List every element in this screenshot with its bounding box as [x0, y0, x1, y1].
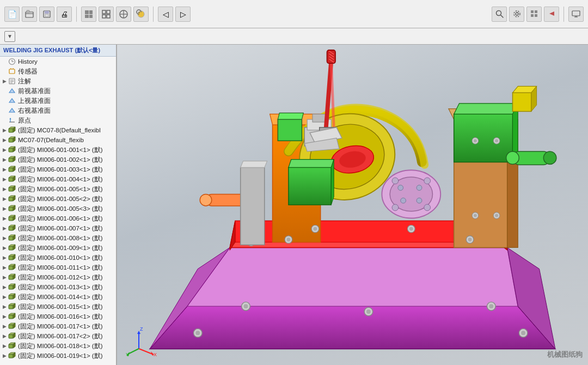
tree-arrow[interactable]: ▶ — [1, 215, 8, 222]
svg-marker-42 — [9, 108, 15, 112]
tree-arrow[interactable]: ▶ — [1, 294, 8, 300]
svg-rect-61 — [9, 178, 13, 181]
tree-item-label: 前视基准面 — [18, 87, 115, 95]
tree-item-p10[interactable]: ▶ (固定) MI006-001-006<1> (默) — [0, 214, 116, 223]
tree-arrow[interactable]: ▶ — [1, 303, 8, 310]
tree-arrow[interactable]: ▶ — [1, 323, 8, 330]
print-button[interactable]: 🖨 — [57, 7, 72, 22]
tree-item-history[interactable]: ▶ History — [0, 57, 116, 66]
svg-rect-8 — [89, 15, 93, 18]
settings-icon-btn[interactable] — [509, 7, 524, 22]
svg-text:Z: Z — [140, 326, 143, 332]
tree-item-p8[interactable]: ▶ (固定) MI006-001-005<2> (默) — [0, 194, 116, 204]
tree-arrow[interactable]: ▶ — [1, 196, 8, 202]
tree-item-p21[interactable]: ▶ (固定) MI006-001-017<1> (默) — [0, 321, 116, 331]
new-button[interactable]: 📄 — [4, 7, 20, 22]
tree-item-p4[interactable]: ▶ (固定) MI006-001-002<1> (默) — [0, 155, 116, 165]
tree-item-p23[interactable]: ▶ (固定) MI006-001-018<1> (默) — [0, 341, 116, 351]
tree-item-p24[interactable]: ▶ (固定) MI006-001-019<1> (默) — [0, 351, 116, 361]
svg-marker-150 — [289, 160, 334, 168]
tree-item-p14[interactable]: ▶ (固定) MI006-001-010<1> (默) — [0, 253, 116, 263]
tree-type-icon — [8, 126, 16, 135]
svg-text:X: X — [154, 352, 157, 357]
tree-arrow[interactable]: ▶ — [1, 352, 8, 359]
tree-arrow[interactable]: ▶ — [1, 284, 8, 290]
open-button[interactable] — [22, 7, 37, 22]
svg-rect-23 — [535, 10, 537, 13]
tree-arrow[interactable]: ▶ — [1, 78, 8, 84]
3d-viewport[interactable]: Z X Y 机械图纸狗 — [117, 45, 588, 365]
tree-item-p11[interactable]: ▶ (固定) MI006-001-007<1> (默) — [0, 223, 116, 233]
svg-rect-103 — [9, 315, 13, 319]
tree-arrow[interactable]: ▶ — [1, 137, 8, 143]
tree-item-front[interactable]: ▶ 前视基准面 — [0, 86, 116, 96]
grid-button[interactable] — [99, 7, 114, 22]
svg-line-214 — [128, 349, 139, 354]
tree-item-label: MC07-07(Default_flexib — [18, 137, 115, 143]
tree-arrow[interactable]: ▶ — [1, 166, 8, 173]
tree-arrow[interactable]: ▶ — [1, 205, 8, 212]
tree-item-label: (固定) MI006-001-018<1> (默) — [18, 342, 115, 350]
tree-arrow[interactable]: ▶ — [1, 343, 8, 349]
tree-item-p13[interactable]: ▶ (固定) MI006-001-009<1> (默) — [0, 243, 116, 253]
tree-item-p7[interactable]: ▶ (固定) MI006-001-005<1> (默) — [0, 184, 116, 194]
tree-item-p20[interactable]: ▶ (固定) MI006-001-016<1> (默) — [0, 312, 116, 321]
tree-arrow[interactable]: ▶ — [1, 156, 8, 163]
tree-item-p19[interactable]: ▶ (固定) MI006-001-015<1> (默) — [0, 302, 116, 312]
tree-item-right[interactable]: ▶ 右视基准面 — [0, 106, 116, 115]
tree-arrow[interactable]: ▶ — [1, 176, 8, 182]
search-icon-btn[interactable] — [492, 7, 507, 22]
arrow-right[interactable]: ▷ — [175, 7, 191, 22]
svg-rect-22 — [531, 10, 534, 13]
tree-item-p18[interactable]: ▶ (固定) MI006-001-014<1> (默) — [0, 292, 116, 302]
arrow-icon-btn[interactable] — [544, 7, 559, 22]
tree-item-notes[interactable]: ▶ 注解 — [0, 76, 116, 86]
tree-arrow[interactable]: ▶ — [1, 235, 8, 241]
svg-rect-12 — [107, 15, 110, 18]
svg-rect-64 — [9, 187, 13, 191]
tree-item-p3[interactable]: ▶ (固定) MI006-001-001<1> (默) — [0, 145, 116, 155]
svg-point-193 — [409, 227, 413, 231]
tree-item-p2[interactable]: ▶ MC07-07(Default_flexib — [0, 135, 116, 145]
tree-arrow[interactable]: ▶ — [1, 264, 8, 271]
tree-item-p22[interactable]: ▶ (固定) MI006-001-017<2> (默) — [0, 331, 116, 341]
cross-button[interactable] — [116, 7, 131, 22]
tree-arrow[interactable]: ▶ — [1, 254, 8, 261]
tree-item-label: 传感器 — [18, 68, 115, 76]
filter-button[interactable]: ▼ — [4, 31, 15, 42]
svg-point-181 — [398, 185, 403, 191]
tree-type-icon — [8, 145, 16, 154]
tree-arrow[interactable]: ▶ — [1, 313, 8, 320]
tree-item-sensor[interactable]: ▶ 传感器 — [0, 66, 116, 76]
tree-arrow[interactable]: ▶ — [1, 225, 8, 232]
tree-arrow[interactable]: ▶ — [1, 245, 8, 251]
tree-arrow[interactable]: ▶ — [1, 186, 8, 192]
arrow-left[interactable]: ◁ — [158, 7, 173, 22]
tree-arrow[interactable]: ▶ — [1, 147, 8, 153]
tree-item-top[interactable]: ▶ 上视基准面 — [0, 96, 116, 106]
monitor-icon-btn[interactable] — [568, 7, 584, 22]
tree-item-p6[interactable]: ▶ (固定) MI006-001-004<1> (默) — [0, 174, 116, 184]
tree-item-p1[interactable]: ▶ (固定) MC07-8(Default_flexibl — [0, 125, 116, 135]
tree-content[interactable]: ▶ History ▶ 传感器 ▶ 注解 ▶ 前视基准面 ▶ 上视基准面 ▶ 右… — [0, 57, 116, 365]
tree-item-origin[interactable]: ▶ 原点 — [0, 115, 116, 125]
tree-item-p15[interactable]: ▶ (固定) MI006-001-011<1> (默) — [0, 263, 116, 272]
grid2-icon-btn[interactable] — [526, 7, 542, 22]
view3d-button[interactable] — [81, 7, 96, 22]
tree-item-p17[interactable]: ▶ (固定) MI006-001-013<1> (默) — [0, 282, 116, 292]
svg-rect-94 — [9, 285, 13, 289]
tree-arrow[interactable]: ▶ — [1, 333, 8, 339]
tree-arrow[interactable]: ▶ — [1, 127, 8, 133]
svg-marker-26 — [549, 11, 554, 16]
tree-item-label: (固定) MC07-8(Default_flexibl — [18, 126, 115, 135]
tree-item-p12[interactable]: ▶ (固定) MI006-001-008<1> (默) — [0, 233, 116, 243]
tree-arrow[interactable]: ▶ — [1, 274, 8, 281]
tree-type-icon — [8, 106, 16, 115]
tree-item-p16[interactable]: ▶ (固定) MI006-001-012<1> (默) — [0, 272, 116, 282]
tree-type-icon — [8, 175, 16, 184]
svg-point-178 — [424, 178, 431, 184]
tree-item-p5[interactable]: ▶ (固定) MI006-001-003<1> (默) — [0, 165, 116, 174]
rotate-button[interactable] — [133, 7, 149, 22]
save-button[interactable] — [39, 7, 54, 22]
tree-item-p9[interactable]: ▶ (固定) MI006-001-005<3> (默) — [0, 204, 116, 214]
